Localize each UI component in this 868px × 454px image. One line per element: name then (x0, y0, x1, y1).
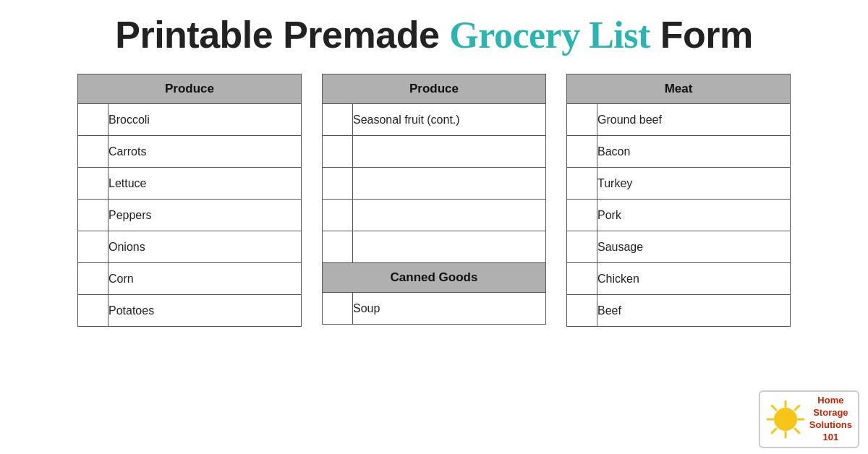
item-cell: Corn (109, 263, 302, 295)
table-row: Pork (567, 200, 791, 231)
svg-line-6 (795, 429, 799, 433)
table-row: Broccoli (78, 104, 302, 136)
checkbox-cell[interactable] (78, 168, 109, 200)
item-cell: Lettuce (109, 168, 302, 200)
table-row: Soup (323, 293, 546, 325)
table-row: Chicken (567, 263, 791, 295)
item-cell: Beef (597, 295, 791, 327)
canned-goods-header: Canned Goods (323, 263, 546, 293)
logo-line2: Storage (813, 407, 848, 418)
columns-wrapper: Produce BroccoliCarrotsLettucePeppersOni… (56, 74, 812, 327)
item-cell: Ground beef (597, 104, 791, 136)
table-row: Bacon (567, 136, 791, 168)
table-row: Beef (567, 295, 791, 327)
svg-line-5 (772, 406, 776, 410)
item-cell (353, 231, 546, 263)
logo-line4: 101 (823, 432, 839, 442)
item-cell: Potatoes (109, 295, 302, 327)
checkbox-cell[interactable] (567, 295, 597, 327)
title-part1: Printable Premade (115, 14, 449, 56)
produce2-header: Produce (323, 74, 546, 104)
item-cell: Carrots (109, 136, 302, 168)
table-row: Lettuce (78, 168, 302, 200)
table-row: Turkey (567, 168, 791, 200)
table-row: Seasonal fruit (cont.) (323, 104, 546, 136)
logo-text: Home Storage Solutions 101 (809, 395, 852, 444)
item-cell (353, 200, 546, 231)
title-part2: Form (650, 14, 753, 56)
item-cell: Broccoli (109, 104, 302, 136)
checkbox-cell[interactable] (567, 168, 597, 200)
svg-line-8 (772, 429, 776, 433)
item-cell: Seasonal fruit (cont.) (353, 104, 546, 136)
checkbox-cell[interactable] (78, 263, 109, 295)
produce1-header: Produce (78, 74, 302, 104)
checkbox-cell[interactable] (323, 136, 353, 168)
table-row (323, 200, 546, 231)
table-row: Corn (78, 263, 302, 295)
svg-line-7 (795, 406, 799, 410)
item-cell: Sausage (597, 231, 791, 263)
checkbox-cell[interactable] (323, 168, 353, 200)
produce-canned-table: Produce Seasonal fruit (cont.) Canned Go… (322, 74, 546, 325)
checkbox-cell[interactable] (567, 136, 597, 168)
table-row: Onions (78, 231, 302, 263)
checkbox-cell[interactable] (567, 231, 597, 263)
item-cell: Onions (109, 231, 302, 263)
checkbox-cell[interactable] (567, 263, 597, 295)
checkbox-cell[interactable] (567, 200, 597, 231)
checkbox-cell[interactable] (323, 200, 353, 231)
checkbox-cell[interactable] (78, 104, 109, 136)
item-cell (353, 168, 546, 200)
checkbox-cell[interactable] (78, 200, 109, 231)
checkbox-cell[interactable] (78, 295, 109, 327)
table-row: Potatoes (78, 295, 302, 327)
checkbox-cell[interactable] (567, 104, 597, 136)
item-cell: Bacon (597, 136, 791, 168)
item-cell: Soup (353, 293, 546, 325)
checkbox-cell[interactable] (78, 231, 109, 263)
logo-line1: Home (817, 395, 843, 406)
table-row (323, 136, 546, 168)
logo-box: Home Storage Solutions 101 (759, 390, 859, 448)
table-row: Peppers (78, 200, 302, 231)
logo-sun-icon (766, 400, 805, 439)
logo-container: Home Storage Solutions 101 (759, 390, 859, 448)
item-cell: Peppers (109, 200, 302, 231)
item-cell: Chicken (597, 263, 791, 295)
checkbox-cell[interactable] (323, 293, 353, 325)
page-title: Printable Premade Grocery List Form (115, 13, 753, 56)
item-cell (353, 136, 546, 168)
meat-table: Meat Ground beefBaconTurkeyPorkSausageCh… (566, 74, 791, 327)
table-row (323, 168, 546, 200)
table-row: Sausage (567, 231, 791, 263)
table-row: Ground beef (567, 104, 791, 136)
checkbox-cell[interactable] (78, 136, 109, 168)
checkbox-cell[interactable] (323, 104, 353, 136)
produce-table-1: Produce BroccoliCarrotsLettucePeppersOni… (77, 74, 302, 327)
item-cell: Pork (597, 200, 791, 231)
logo-line3: Solutions (809, 419, 852, 430)
item-cell: Turkey (597, 168, 791, 200)
title-cursive: Grocery List (449, 14, 650, 56)
table-row (323, 231, 546, 263)
table-row: Carrots (78, 136, 302, 168)
meat-header: Meat (567, 74, 791, 104)
checkbox-cell[interactable] (323, 231, 353, 263)
svg-point-0 (774, 408, 797, 431)
